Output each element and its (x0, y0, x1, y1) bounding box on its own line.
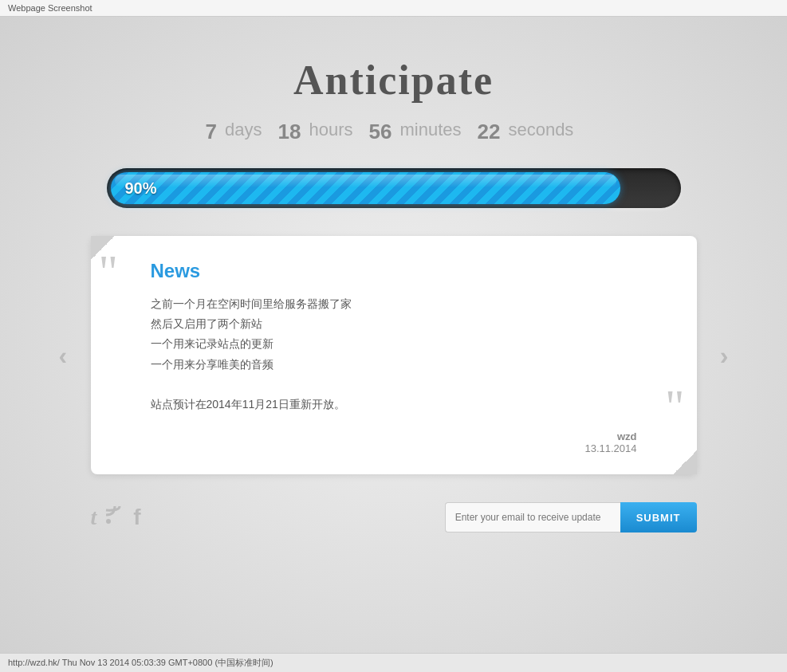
news-line-6: 站点预计在2014年11月21日重新开放。 (151, 395, 669, 415)
progress-bar: 90% (111, 172, 620, 204)
progress-label: 90% (125, 179, 157, 198)
seconds-number: 22 (478, 120, 501, 144)
svg-point-0 (106, 519, 111, 524)
countdown: 7 days 18 hours 56 minutes 22 seconds (206, 120, 582, 144)
news-line-2: 然后又启用了两个新站 (151, 314, 669, 334)
news-author: wzd (119, 430, 637, 442)
social-icons: t f (91, 505, 141, 530)
hours-label: hours (309, 120, 352, 144)
top-bar: Webpage Screenshot (0, 0, 787, 17)
news-content: 之前一个月在空闲时间里给服务器搬了家 然后又启用了两个新站 一个用来记录站点的更… (151, 294, 669, 415)
top-bar-label: Webpage Screenshot (8, 3, 92, 13)
main-container: Anticipate 7 days 18 hours 56 minutes 22… (0, 17, 787, 532)
twitter-icon[interactable]: t (91, 505, 97, 530)
prev-arrow[interactable]: ‹ (59, 340, 68, 370)
news-line-5 (151, 375, 669, 395)
email-input[interactable] (445, 502, 620, 532)
news-date: 13.11.2014 (119, 442, 637, 454)
news-line-1: 之前一个月在空闲时间里给服务器搬了家 (151, 294, 669, 314)
minutes-number: 56 (369, 120, 392, 144)
news-line-4: 一个用来分享唯美的音频 (151, 355, 669, 375)
email-section: SUBMIT (445, 502, 697, 532)
rss-svg (104, 505, 125, 525)
news-card: " News 之前一个月在空闲时间里给服务器搬了家 然后又启用了两个新站 一个用… (91, 236, 697, 474)
bottom-section: t f SUBMIT (91, 502, 697, 532)
facebook-icon[interactable]: f (133, 505, 140, 530)
rss-icon[interactable] (104, 505, 125, 530)
minutes-label: minutes (399, 120, 461, 144)
seconds-label: seconds (508, 120, 573, 144)
page-title: Anticipate (293, 57, 494, 104)
next-arrow[interactable]: › (720, 340, 729, 370)
status-text: http://wzd.hk/ Thu Nov 13 2014 05:03:39 … (8, 658, 273, 667)
news-line-3: 一个用来记录站点的更新 (151, 334, 669, 354)
quote-right-icon: " (665, 383, 685, 430)
hours-number: 18 (278, 120, 301, 144)
quote-left-icon: " (99, 248, 119, 296)
news-title: News (151, 260, 669, 282)
submit-button[interactable]: SUBMIT (620, 502, 697, 532)
days-label: days (225, 120, 262, 144)
news-wrapper: ‹ " News 之前一个月在空闲时间里给服务器搬了家 然后又启用了两个新站 一… (91, 236, 697, 474)
progress-container: 90% (107, 168, 681, 208)
news-footer: wzd 13.11.2014 (119, 430, 669, 454)
days-number: 7 (206, 120, 217, 144)
status-bar: http://wzd.hk/ Thu Nov 13 2014 05:03:39 … (0, 653, 787, 672)
